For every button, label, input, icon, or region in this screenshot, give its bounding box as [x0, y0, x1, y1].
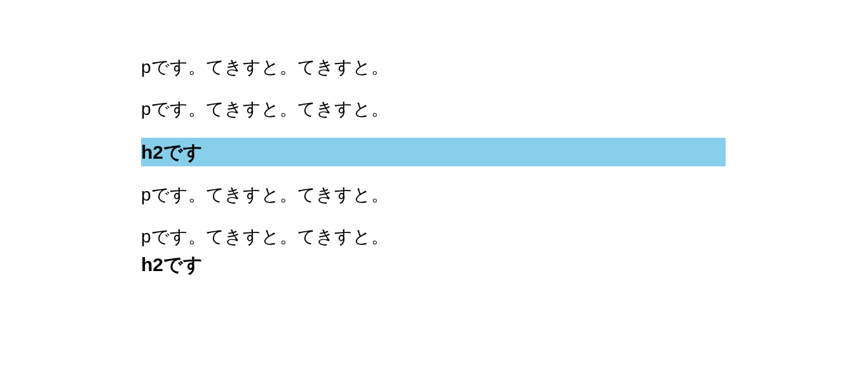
heading: h2です	[141, 250, 726, 279]
paragraph: pです。てきすと。てきすと。	[141, 182, 726, 208]
document-content: pです。てきすと。てきすと。 pです。てきすと。てきすと。 h2です pです。て…	[141, 54, 726, 279]
heading-highlighted: h2です	[141, 138, 726, 166]
paragraph: pです。てきすと。てきすと。	[141, 54, 726, 81]
paragraph: pです。てきすと。てきすと。	[141, 223, 726, 250]
paragraph: pです。てきすと。てきすと。	[141, 96, 726, 123]
